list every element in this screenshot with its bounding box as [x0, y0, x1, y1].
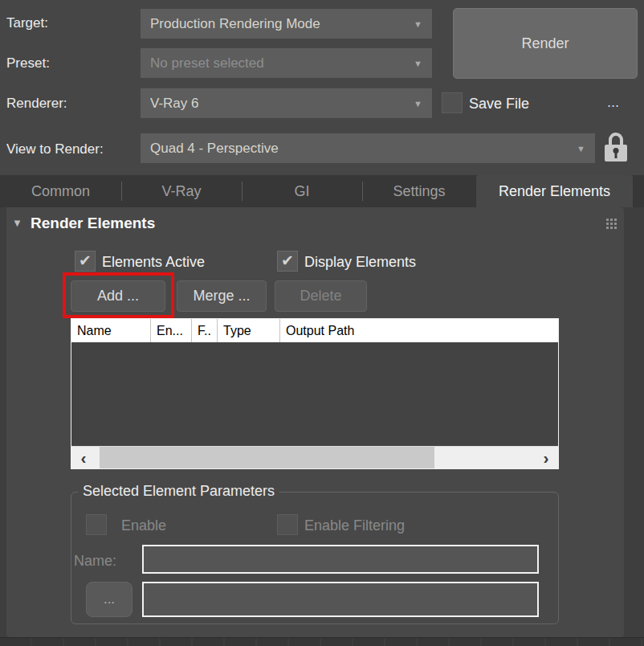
render-setup-dialog: Target: Production Rendering Mode ▼ Pres… — [0, 0, 644, 646]
renderer-label: Renderer: — [6, 96, 67, 112]
display-elements-checkbox[interactable]: ✔ — [277, 251, 298, 272]
table-header-type[interactable]: Type — [218, 319, 280, 342]
renderer-dropdown-value: V-Ray 6 — [150, 96, 198, 112]
lock-viewport-button[interactable] — [604, 133, 628, 163]
element-name-input[interactable] — [142, 545, 539, 574]
table-header-name[interactable]: Name — [71, 319, 151, 342]
drag-handle-icon[interactable] — [606, 219, 617, 229]
preset-label: Preset: — [6, 55, 50, 72]
preset-dropdown-value: No preset selected — [150, 55, 264, 72]
elements-active-checkbox[interactable]: ✔ — [75, 251, 96, 272]
enable-filtering-checkbox[interactable] — [277, 514, 298, 535]
rollout-title[interactable]: Render Elements — [31, 215, 155, 232]
table-header-filter[interactable]: F.. — [192, 319, 218, 342]
enable-checkbox[interactable] — [86, 514, 107, 535]
horizontal-scrollbar[interactable]: ‹ › — [71, 446, 558, 468]
elements-active-label: Elements Active — [102, 254, 205, 271]
rollout-collapse-arrow-icon[interactable]: ▼ — [12, 217, 22, 229]
check-icon: ✔ — [281, 253, 294, 268]
tab-bar: Common V-Ray GI Settings Render Elements — [0, 175, 644, 207]
name-label: Name: — [74, 553, 116, 570]
tab-vray[interactable]: V-Ray — [121, 175, 242, 207]
tab-settings[interactable]: Settings — [362, 175, 476, 207]
selected-element-parameters-title: Selected Element Parameters — [78, 483, 279, 500]
save-file-checkbox[interactable] — [442, 92, 463, 113]
render-button[interactable]: Render — [453, 8, 638, 79]
delete-button[interactable]: Delete — [275, 280, 367, 312]
add-button[interactable]: Add ... — [71, 280, 165, 312]
view-to-render-dropdown-value: Quad 4 - Perspective — [150, 141, 279, 157]
lock-icon — [609, 133, 623, 145]
tab-common[interactable]: Common — [0, 175, 121, 207]
merge-button[interactable]: Merge ... — [177, 280, 267, 312]
check-icon: ✔ — [79, 253, 92, 268]
tab-render-elements[interactable]: Render Elements — [476, 175, 633, 207]
preset-dropdown[interactable]: No preset selected ▼ — [141, 48, 432, 78]
enable-label: Enable — [121, 517, 166, 534]
dialog-bottom-edge — [0, 637, 644, 646]
scroll-left-icon[interactable]: ‹ — [71, 448, 96, 468]
table-header-output-path[interactable]: Output Path — [280, 319, 558, 342]
chevron-down-icon: ▼ — [414, 19, 422, 29]
display-elements-label: Display Elements — [304, 254, 416, 271]
table-body-empty[interactable] — [71, 342, 558, 446]
target-label: Target: — [6, 15, 48, 31]
target-dropdown-value: Production Rendering Mode — [150, 16, 320, 32]
output-path-input[interactable] — [142, 582, 539, 617]
table-header-row: Name En... F.. Type Output Path — [71, 319, 558, 342]
scroll-right-icon[interactable]: › — [534, 448, 558, 468]
view-to-render-dropdown[interactable]: Quad 4 - Perspective ▼ — [141, 133, 595, 163]
chevron-down-icon: ▼ — [577, 144, 585, 153]
chevron-down-icon: ▼ — [414, 99, 422, 108]
target-dropdown[interactable]: Production Rendering Mode ▼ — [141, 9, 432, 39]
render-elements-table: Name En... F.. Type Output Path ‹ › — [71, 318, 559, 469]
renderer-dropdown[interactable]: V-Ray 6 ▼ — [141, 88, 432, 118]
tab-gi[interactable]: GI — [242, 175, 362, 207]
scrollbar-thumb[interactable] — [100, 447, 434, 468]
enable-filtering-label: Enable Filtering — [304, 517, 405, 534]
save-file-label: Save File — [469, 96, 529, 112]
table-header-enabled[interactable]: En... — [151, 319, 192, 342]
save-file-browse-button[interactable]: ... — [607, 94, 619, 111]
output-path-browse-button[interactable]: ... — [86, 582, 132, 617]
chevron-down-icon: ▼ — [414, 59, 422, 68]
view-to-render-label: View to Render: — [6, 141, 104, 157]
